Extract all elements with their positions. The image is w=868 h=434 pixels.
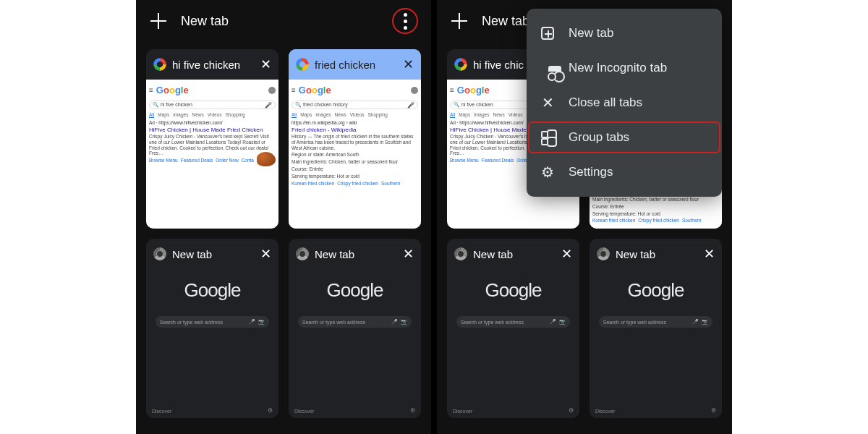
ntp-settings-icon[interactable]: ⚙ [268,407,273,414]
google-wordmark: Google [327,279,383,302]
tab-preview: ≡Google🔍 fried chicken history🎤AllMapsIm… [289,80,421,229]
discover-label: Discover [152,409,171,414]
tab-preview: GoogleSearch or type web address🎤📷Discov… [289,269,421,418]
tab-preview: ≡Google🔍 hi five chicken🎤AllMapsImagesNe… [146,80,278,229]
menu-item-new-tab[interactable]: New tab [527,16,722,51]
close-icon: ✕ [540,95,556,111]
close-tab-icon[interactable]: ✕ [260,58,271,71]
google-favicon [454,58,467,71]
discover-label: Discover [294,409,314,414]
tab-card[interactable]: New tab✕GoogleSearch or type web address… [447,239,579,418]
menu-item-close-all[interactable]: ✕Close all tabs [527,85,722,120]
tab-card[interactable]: fried chicken✕≡Google🔍 fried chicken his… [289,49,421,229]
menu-item-label: Settings [569,165,613,179]
comparison-stage: New tab hi five chicken✕≡Google🔍 hi five… [136,0,732,434]
tab-preview: GoogleSearch or type web address🎤📷Discov… [590,269,722,418]
tab-title: New tab [315,248,397,260]
close-tab-icon[interactable]: ✕ [403,247,414,260]
tab-header: New tab✕ [447,239,579,269]
tab-title: New tab [172,248,255,260]
new-tab-plus-icon[interactable] [450,12,469,30]
close-tab-icon[interactable]: ✕ [260,247,271,260]
ntp-settings-icon[interactable]: ⚙ [711,407,716,414]
tab-title: hi five chicken [172,59,255,71]
tab-preview: GoogleSearch or type web address🎤📷Discov… [447,269,579,418]
omnibox[interactable]: Search or type web address🎤📷 [456,316,570,328]
tab-grid: hi five chicken✕≡Google🔍 hi five chicken… [136,42,431,425]
google-wordmark: Google [628,279,684,302]
google-wordmark: Google [485,279,542,302]
tab-header: hi five chicken✕ [146,49,278,80]
tab-title: New tab [616,248,698,260]
new-tab-plus-icon[interactable] [149,12,168,30]
omnibox[interactable]: Search or type web address🎤📷 [156,316,269,328]
overflow-menu: New tabNew Incognito tab✕Close all tabsG… [527,9,722,197]
tab-card[interactable]: New tab✕GoogleSearch or type web address… [289,239,421,418]
menu-item-settings[interactable]: ⚙Settings [527,155,722,190]
ntp-settings-icon[interactable]: ⚙ [569,407,574,414]
group-tabs-icon [540,129,556,145]
discover-label: Discover [595,409,615,414]
phone-right: New tab hi five chic✕≡Google🔍 hi five ch… [437,0,732,434]
google-favicon [296,58,309,71]
tab-preview: GoogleSearch or type web address🎤📷Discov… [146,269,278,418]
incognito-icon [540,60,556,76]
google-favicon [153,58,166,71]
new-tab-icon [540,25,556,41]
google-wordmark: Google [184,279,241,302]
tab-header: New tab✕ [590,239,722,269]
overflow-menu-icon[interactable] [392,8,418,34]
menu-item-label: New tab [569,26,613,41]
close-tab-icon[interactable]: ✕ [704,247,715,260]
menu-item-label: New Incognito tab [569,61,667,75]
tab-switcher-topbar: New tab [136,0,431,42]
new-tab-label[interactable]: New tab [181,14,379,29]
tab-card[interactable]: hi five chicken✕≡Google🔍 hi five chicken… [146,49,278,229]
settings-icon: ⚙ [540,164,556,180]
omnibox[interactable]: Search or type web address🎤📷 [599,316,712,328]
phone-left: New tab hi five chicken✕≡Google🔍 hi five… [136,0,431,434]
omnibox[interactable]: Search or type web address🎤📷 [298,316,412,328]
tab-header: New tab✕ [289,239,421,269]
chrome-icon [153,247,166,260]
menu-item-incognito[interactable]: New Incognito tab [527,51,722,85]
chrome-icon [597,247,610,260]
menu-item-label: Close all tabs [569,95,642,110]
tab-title: New tab [473,248,556,260]
tab-title: fried chicken [315,59,397,71]
ntp-settings-icon[interactable]: ⚙ [410,407,415,414]
chrome-icon [454,247,467,260]
chrome-icon [296,247,309,260]
discover-label: Discover [453,409,472,414]
tab-card[interactable]: New tab✕GoogleSearch or type web address… [146,239,278,418]
menu-item-label: Group tabs [569,130,629,145]
menu-item-group-tabs[interactable]: Group tabs [527,120,722,155]
tab-header: New tab✕ [146,239,278,269]
close-tab-icon[interactable]: ✕ [403,58,414,71]
tab-header: fried chicken✕ [289,49,421,80]
close-tab-icon[interactable]: ✕ [561,247,572,260]
tab-card[interactable]: New tab✕GoogleSearch or type web address… [590,239,722,418]
